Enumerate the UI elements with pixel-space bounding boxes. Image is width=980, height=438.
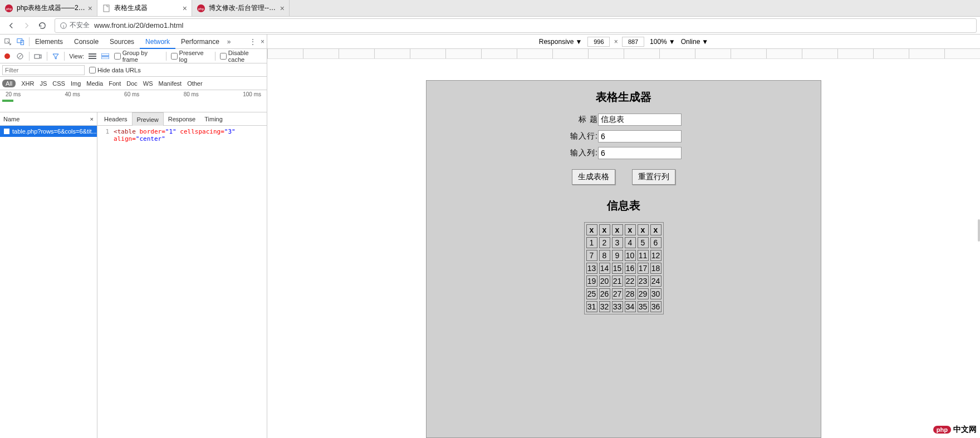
detail-tab-preview[interactable]: Preview [132,112,164,126]
filter-other[interactable]: Other [187,80,203,87]
preview-body: 1 <table border="1" cellspacing="3" alig… [97,126,267,438]
title-input[interactable] [598,114,682,126]
table-cell: 1 [586,237,597,248]
generate-button[interactable]: 生成表格 [572,169,615,185]
tab-title: php表格生成器——201 [17,3,86,13]
security-indicator: i 不安全 [60,21,90,30]
zoom-select[interactable]: 100% ▼ [650,38,675,46]
table-cell: 19 [586,275,597,287]
large-rows-icon[interactable] [89,52,97,61]
table-cell: 2 [599,237,610,248]
filter-manifest[interactable]: Manifest [159,80,182,87]
tab-network[interactable]: Network [140,35,175,49]
watermark: php 中文网 [933,425,977,435]
inspect-icon[interactable] [2,36,13,47]
table-cell: 18 [650,263,661,274]
table-cell: 22 [625,275,636,287]
device-toggle-icon[interactable] [16,36,27,47]
wf-label: 100 ms [243,91,261,97]
filter-img[interactable]: Img [71,80,81,87]
svg-rect-18 [101,57,109,59]
svg-text:php: php [198,7,204,11]
table-row: 192021222324 [586,275,661,287]
table-row: 252627282930 [586,288,661,299]
table-row: 131415161718 [586,263,661,274]
forward-button[interactable] [20,19,33,32]
filter-js[interactable]: JS [40,80,47,87]
filter-input[interactable] [2,65,85,75]
more-tabs-icon[interactable]: » [227,38,231,46]
browser-tab-2[interactable]: 表格生成器 × [97,0,192,16]
group-by-frame-checkbox[interactable]: Group by frame [114,50,161,63]
watermark-badge: php [933,426,951,434]
detail-tab-response[interactable]: Response [164,112,200,126]
svg-rect-17 [101,53,109,56]
filter-media[interactable]: Media [86,80,103,87]
table-cell: 28 [625,288,636,299]
browser-tab-1[interactable]: php php表格生成器——201 × [0,0,97,16]
tab-elements[interactable]: Elements [30,35,68,49]
table-cell: 14 [599,263,610,274]
browser-tab-3[interactable]: php 博文修改-后台管理--特( × [192,0,290,16]
svg-rect-14 [89,53,96,55]
table-cell: 29 [638,288,649,299]
hide-data-urls-checkbox[interactable]: Hide data URLs [89,67,141,73]
rendered-page: 表格生成器 标 题 输入行: 输入列: 生成表格 [426,80,821,438]
filter-all[interactable]: All [2,80,16,87]
table-header-cell: x [638,224,649,235]
reload-button[interactable] [36,19,49,32]
svg-rect-19 [4,129,9,134]
tab-console[interactable]: Console [68,35,104,49]
filter-xhr[interactable]: XHR [21,80,34,87]
waterfall-overview[interactable]: 20 ms 40 ms 60 ms 80 ms 100 ms [0,90,267,112]
detail-tab-headers[interactable]: Headers [100,112,132,126]
line-number: 1 [100,128,109,142]
table-row: 313233343536 [586,301,661,312]
svg-rect-2 [104,5,109,12]
kebab-icon[interactable]: ⋮ [249,38,256,46]
table-cell: 35 [638,301,649,312]
preserve-log-checkbox[interactable]: Preserve log [171,50,210,63]
record-button[interactable] [3,52,12,61]
reset-button[interactable]: 重置行列 [632,169,675,185]
camera-icon[interactable] [34,52,42,61]
overview-icon[interactable] [101,52,110,61]
close-icon[interactable]: × [280,4,285,13]
filter-doc[interactable]: Doc [126,80,138,87]
disable-cache-checkbox[interactable]: Disable cache [220,50,263,63]
table-cell: 15 [612,263,623,274]
url-input[interactable]: i 不安全 www.front.io/20/demo1.html [55,18,977,33]
ruler [267,49,980,59]
cols-input[interactable] [598,147,682,159]
throttling-select[interactable]: Online ▼ [681,38,709,46]
height-input[interactable] [622,37,644,47]
devtools-panel: Elements Console Sources Network Perform… [0,35,267,438]
rows-input[interactable] [598,130,682,142]
code-line: <table border="1" cellspacing="3" align=… [114,128,264,142]
svg-line-12 [18,55,22,58]
close-icon[interactable]: × [88,4,92,13]
page-title: 表格生成器 [435,90,812,105]
tab-performance[interactable]: Performance [175,35,225,49]
filter-css[interactable]: CSS [52,80,65,87]
table-cell: 5 [638,237,649,248]
back-button[interactable] [4,19,18,32]
clear-button[interactable] [16,52,24,61]
filter-font[interactable]: Font [109,80,121,87]
table-cell: 13 [586,263,597,274]
filter-icon[interactable] [51,52,60,61]
table-cell: 27 [612,288,623,299]
close-devtools-icon[interactable]: × [261,38,264,46]
table-cell: 9 [612,250,623,261]
close-icon[interactable]: × [183,4,187,13]
request-item[interactable]: table.php?rows=6&cols=6&tit... [0,126,97,137]
device-select[interactable]: Responsive ▼ [539,38,582,46]
filter-ws[interactable]: WS [143,80,153,87]
label-rows: 输入行: [566,131,598,141]
width-input[interactable] [587,37,610,47]
wf-label: 20 ms [6,91,21,97]
tab-sources[interactable]: Sources [104,35,140,49]
scroll-indicator[interactable] [978,219,980,242]
detail-tab-timing[interactable]: Timing [200,112,227,126]
close-detail-icon[interactable]: × [90,112,94,125]
